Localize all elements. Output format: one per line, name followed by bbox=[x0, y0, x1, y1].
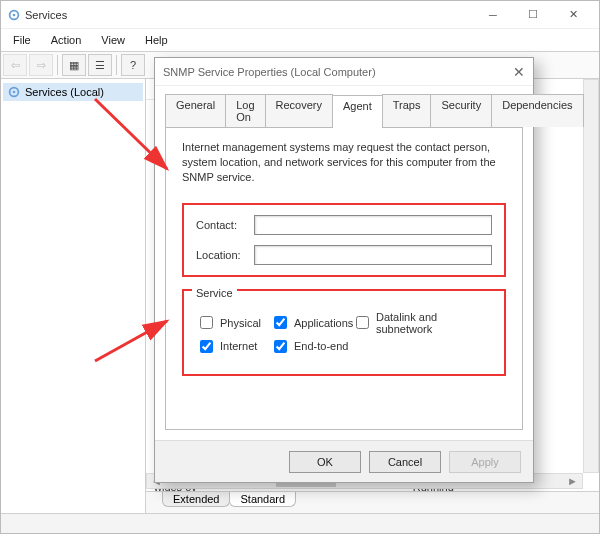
tab-agent[interactable]: Agent bbox=[332, 95, 383, 128]
tab-logon[interactable]: Log On bbox=[225, 94, 265, 127]
tab-traps[interactable]: Traps bbox=[382, 94, 432, 127]
check-datalink[interactable]: Datalink and subnetwork bbox=[352, 311, 492, 335]
check-physical-box[interactable] bbox=[200, 316, 213, 329]
services-window: Services ─ ☐ ✕ File Action View Help ⇦ ⇨… bbox=[0, 0, 600, 534]
bottom-tabs: Extended Standard bbox=[146, 491, 599, 513]
svg-point-3 bbox=[13, 91, 16, 94]
help-button[interactable]: ? bbox=[121, 54, 145, 76]
tree-root-services-local[interactable]: Services (Local) bbox=[3, 83, 143, 101]
ok-button[interactable]: OK bbox=[289, 451, 361, 473]
toolbar-separator bbox=[116, 55, 117, 75]
service-highlight: Service Physical Applications Datalink a… bbox=[182, 289, 506, 376]
maximize-button[interactable]: ☐ bbox=[513, 1, 553, 29]
toolbar-separator bbox=[57, 55, 58, 75]
menu-action[interactable]: Action bbox=[43, 32, 90, 48]
check-endtoend-box[interactable] bbox=[274, 340, 287, 353]
show-hide-tree-button[interactable]: ▦ bbox=[62, 54, 86, 76]
menu-view[interactable]: View bbox=[93, 32, 133, 48]
check-internet-box[interactable] bbox=[200, 340, 213, 353]
dialog-titlebar: SNMP Service Properties (Local Computer)… bbox=[155, 58, 533, 86]
dialog-body: Internet management systems may request … bbox=[165, 127, 523, 430]
apply-button[interactable]: Apply bbox=[449, 451, 521, 473]
svg-point-1 bbox=[13, 13, 16, 16]
contact-location-highlight: Contact: Location: bbox=[182, 203, 506, 277]
location-label: Location: bbox=[196, 249, 254, 261]
services-app-icon bbox=[7, 8, 21, 22]
sidebar: Services (Local) bbox=[1, 79, 146, 513]
tab-recovery[interactable]: Recovery bbox=[265, 94, 333, 127]
check-datalink-box[interactable] bbox=[356, 316, 369, 329]
check-physical[interactable]: Physical bbox=[196, 311, 266, 335]
back-button[interactable]: ⇦ bbox=[3, 54, 27, 76]
menu-help[interactable]: Help bbox=[137, 32, 176, 48]
check-applications-box[interactable] bbox=[274, 316, 287, 329]
tab-security[interactable]: Security bbox=[430, 94, 492, 127]
gear-icon bbox=[7, 85, 21, 99]
tab-general[interactable]: General bbox=[165, 94, 226, 127]
dialog-button-bar: OK Cancel Apply bbox=[155, 440, 533, 482]
service-groupbox-label: Service bbox=[192, 287, 237, 299]
agent-description: Internet management systems may request … bbox=[182, 140, 506, 185]
tab-dependencies[interactable]: Dependencies bbox=[491, 94, 583, 127]
forward-button[interactable]: ⇨ bbox=[29, 54, 53, 76]
location-input[interactable] bbox=[254, 245, 492, 265]
contact-input[interactable] bbox=[254, 215, 492, 235]
scroll-right-icon[interactable]: ► bbox=[563, 475, 582, 487]
check-applications[interactable]: Applications bbox=[270, 311, 348, 335]
tab-standard[interactable]: Standard bbox=[229, 492, 296, 507]
tree-root-label: Services (Local) bbox=[25, 86, 104, 98]
dialog-tabs: General Log On Recovery Agent Traps Secu… bbox=[165, 94, 523, 127]
vertical-scrollbar[interactable] bbox=[583, 79, 599, 473]
menu-file[interactable]: File bbox=[5, 32, 39, 48]
close-button[interactable]: ✕ bbox=[553, 1, 593, 29]
dialog-close-button[interactable]: ✕ bbox=[513, 64, 525, 80]
check-endtoend[interactable]: End-to-end bbox=[270, 337, 348, 356]
properties-button[interactable]: ☰ bbox=[88, 54, 112, 76]
titlebar: Services ─ ☐ ✕ bbox=[1, 1, 599, 29]
dialog-title: SNMP Service Properties (Local Computer) bbox=[163, 66, 376, 78]
window-title: Services bbox=[25, 9, 67, 21]
statusbar bbox=[1, 513, 599, 533]
minimize-button[interactable]: ─ bbox=[473, 1, 513, 29]
contact-label: Contact: bbox=[196, 219, 254, 231]
cancel-button[interactable]: Cancel bbox=[369, 451, 441, 473]
check-internet[interactable]: Internet bbox=[196, 337, 266, 356]
snmp-properties-dialog: SNMP Service Properties (Local Computer)… bbox=[154, 57, 534, 483]
menubar: File Action View Help bbox=[1, 29, 599, 51]
tab-extended[interactable]: Extended bbox=[162, 492, 230, 507]
